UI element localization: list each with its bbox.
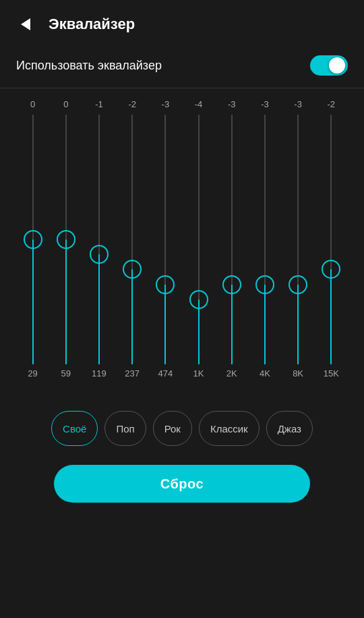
slider-knob-7[interactable] [255,275,274,294]
eq-value-5: -4 [184,99,214,109]
equalizer-area: 00-1-2-3-4-3-3-3-2 29591192374741K2K4K8K… [0,88,364,399]
freq-row: 29591192374741K2K4K8K15K [13,364,351,378]
slider-fill-3 [131,269,133,364]
slider-fill-2 [98,254,100,364]
freq-label-0: 29 [18,368,48,378]
header: Эквалайзер [0,0,364,46]
eq-value-3: -2 [117,99,147,109]
presets-row: СвоёПопРокКлассикДжаз [0,399,364,453]
preset-btn-классик[interactable]: Классик [199,411,260,446]
eq-value-9: -2 [316,99,346,109]
slider-knob-0[interactable] [24,230,42,249]
freq-label-6: 2K [217,368,247,378]
freq-label-3: 237 [117,368,147,378]
slider-knob-9[interactable] [322,260,340,279]
slider-fill-1 [65,240,67,364]
eq-value-7: -3 [250,99,280,109]
slider-col-9[interactable] [316,115,346,364]
back-button[interactable] [13,12,38,36]
slider-col-6[interactable] [217,115,247,364]
slider-fill-9 [330,269,332,364]
slider-col-3[interactable] [117,115,147,364]
slider-col-5[interactable] [184,115,214,364]
toggle-label: Использовать эквалайзер [16,59,162,73]
slider-col-2[interactable] [84,115,114,364]
slider-col-0[interactable] [18,115,48,364]
preset-btn-своё[interactable]: Своё [51,411,98,446]
slider-knob-6[interactable] [222,275,241,294]
freq-label-4: 474 [150,368,180,378]
toggle-row: Использовать эквалайзер [0,46,364,88]
eq-value-6: -3 [217,99,247,109]
equalizer-toggle[interactable] [310,55,348,76]
preset-btn-рок[interactable]: Рок [153,411,192,446]
slider-knob-4[interactable] [156,275,175,294]
page-title: Эквалайзер [49,16,135,33]
freq-label-8: 8K [283,368,313,378]
slider-knob-1[interactable] [57,230,75,249]
preset-btn-поп[interactable]: Поп [104,411,146,446]
slider-fill-5 [198,300,200,364]
slider-fill-7 [264,285,266,364]
slider-knob-5[interactable] [189,290,208,309]
slider-knob-8[interactable] [289,275,307,294]
eq-value-4: -3 [150,99,180,109]
eq-value-8: -3 [283,99,313,109]
preset-btn-джаз[interactable]: Джаз [266,411,313,446]
back-arrow-icon [21,18,30,30]
slider-knob-3[interactable] [123,260,142,279]
freq-label-7: 4K [250,368,280,378]
freq-label-5: 1K [184,368,214,378]
slider-fill-6 [231,285,233,364]
eq-values-row: 00-1-2-3-4-3-3-3-2 [13,99,351,109]
slider-fill-0 [32,240,34,364]
reset-button-wrap: Сброс [0,453,364,503]
reset-button[interactable]: Сброс [54,465,310,503]
eq-value-1: 0 [51,99,81,109]
slider-fill-4 [164,285,166,364]
sliders-container [13,115,351,364]
eq-value-0: 0 [18,99,48,109]
eq-value-2: -1 [84,99,114,109]
toggle-knob [329,57,345,74]
slider-col-1[interactable] [51,115,81,364]
slider-fill-8 [297,285,299,364]
freq-label-2: 119 [84,368,114,378]
freq-label-9: 15K [316,368,346,378]
slider-col-7[interactable] [250,115,280,364]
slider-col-4[interactable] [150,115,180,364]
freq-label-1: 59 [51,368,81,378]
slider-col-8[interactable] [283,115,313,364]
slider-knob-2[interactable] [90,245,109,264]
